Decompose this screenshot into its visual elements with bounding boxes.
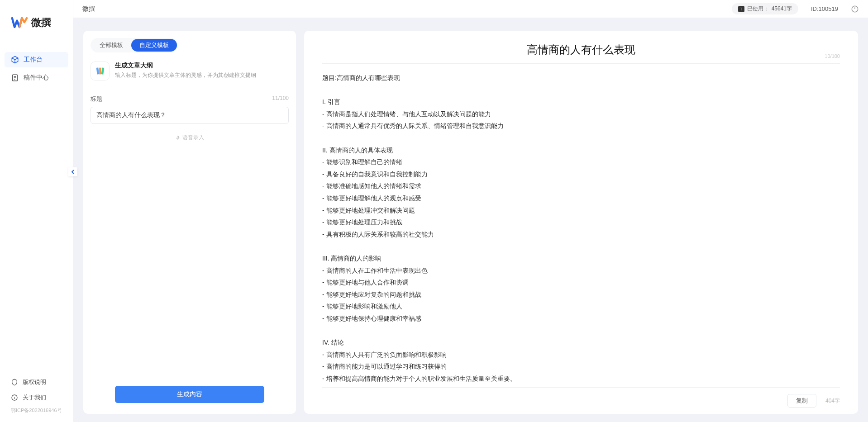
generate-button[interactable]: 生成内容 (115, 386, 264, 403)
text-badge-icon: T (738, 6, 744, 12)
cube-icon (11, 56, 19, 64)
char-count: 11/100 (272, 95, 289, 103)
tab-custom-templates[interactable]: 自定义模板 (131, 39, 177, 52)
nav-label: 稿件中心 (24, 74, 49, 82)
nav-item-workspace[interactable]: 工作台 (5, 52, 68, 67)
microphone-icon (175, 135, 181, 141)
user-id: ID:100519 (811, 5, 838, 12)
output-title: 高情商的人有什么表现 (340, 43, 822, 57)
form-section: 标题 11/100 语音录入 (83, 86, 296, 378)
about-label: 关于我们 (23, 394, 46, 402)
nav-label: 工作台 (24, 56, 43, 64)
about-link[interactable]: 关于我们 (5, 390, 68, 405)
output-footer: 复制 404字 (322, 387, 840, 414)
nav-item-documents[interactable]: 稿件中心 (5, 70, 68, 85)
tab-all-templates[interactable]: 全部模板 (91, 39, 131, 52)
logo-text: 微撰 (31, 16, 51, 29)
nav: 工作台 稿件中心 (0, 38, 73, 370)
sidebar: 微撰 工作台 稿件中心 版权说明 关于我们 (0, 0, 73, 422)
svg-rect-11 (101, 67, 105, 74)
svg-rect-10 (99, 68, 101, 75)
books-icon (91, 62, 110, 81)
template-info: 生成文章大纲 输入标题，为你提供文章主体的灵感，并为其创建推文提纲 (115, 62, 256, 79)
usage-prefix: 已使用： (747, 5, 769, 13)
content: 全部模板 自定义模板 生成文章大纲 输入标题，为你提供文章主体的灵感，并为其创建… (73, 18, 868, 422)
chevron-left-icon (71, 170, 75, 174)
shield-icon (11, 379, 18, 386)
voice-input-button[interactable]: 语音录入 (91, 134, 289, 142)
copyright-label: 版权说明 (23, 378, 46, 386)
svg-rect-12 (177, 136, 179, 138)
info-icon (11, 394, 18, 401)
copy-button[interactable]: 复制 (787, 394, 816, 408)
template-tabs: 全部模板 自定义模板 (91, 38, 178, 52)
output-body[interactable]: 题目:高情商的人有哪些表现 I. 引言 - 高情商是指人们处理情绪、与他人互动以… (304, 64, 858, 387)
output-word-count: 404字 (825, 397, 840, 405)
topbar: 微撰 T 已使用： 45641字 ID:100519 (73, 0, 868, 18)
output-title-count: 10/100 (825, 53, 840, 59)
output-panel: 高情商的人有什么表现 10/100 题目:高情商的人有哪些表现 I. 引言 - … (304, 31, 858, 414)
voice-label: 语音录入 (182, 134, 204, 142)
template-desc: 输入标题，为你提供文章主体的灵感，并为其创建推文提纲 (115, 71, 256, 79)
usage-pill[interactable]: T 已使用： 45641字 (732, 3, 798, 14)
label-row: 标题 11/100 (91, 95, 289, 103)
copyright-link[interactable]: 版权说明 (5, 375, 68, 390)
icp-text: 鄂ICP备2022016946号 (5, 405, 68, 417)
main: 微撰 T 已使用： 45641字 ID:100519 全部模板 自定义模板 (73, 0, 868, 422)
template-name: 生成文章大纲 (115, 62, 256, 70)
sidebar-collapse-button[interactable] (68, 167, 77, 176)
tabs-wrap: 全部模板 自定义模板 (83, 31, 296, 56)
output-header: 高情商的人有什么表现 10/100 (322, 31, 840, 64)
document-icon (11, 74, 19, 82)
title-label: 标题 (91, 95, 102, 103)
title-input[interactable] (91, 107, 289, 124)
sidebar-bottom: 版权说明 关于我们 鄂ICP备2022016946号 (0, 370, 73, 422)
input-panel: 全部模板 自定义模板 生成文章大纲 输入标题，为你提供文章主体的灵感，并为其创建… (83, 31, 296, 414)
topbar-title: 微撰 (82, 5, 95, 13)
logo-mark-icon (11, 16, 28, 29)
logo: 微撰 (0, 0, 73, 38)
usage-value: 45641字 (772, 5, 792, 13)
power-icon[interactable] (851, 5, 859, 13)
template-card: 生成文章大纲 输入标题，为你提供文章主体的灵感，并为其创建推文提纲 (83, 56, 296, 86)
generate-bar: 生成内容 (83, 378, 296, 414)
svg-rect-9 (96, 67, 100, 74)
topbar-right: T 已使用： 45641字 ID:100519 (732, 3, 859, 14)
